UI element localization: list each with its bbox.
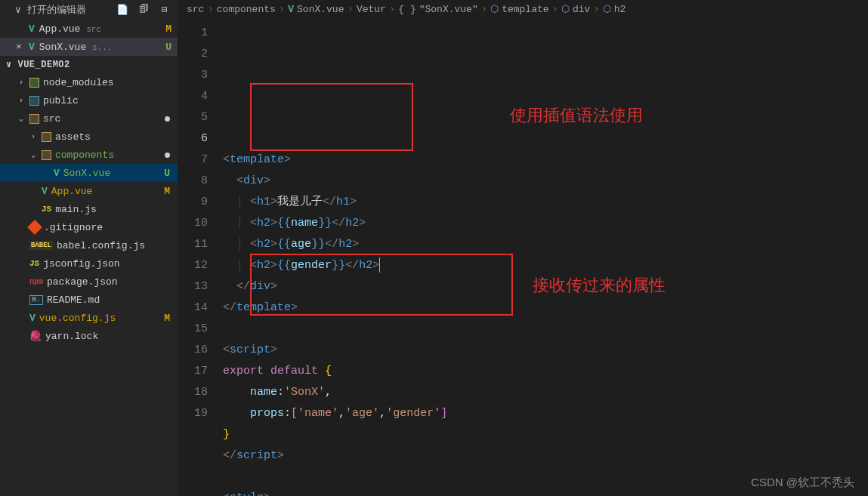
cube-icon: ⬡ (561, 3, 570, 15)
vue-icon: V (29, 42, 35, 53)
cube-icon: ⬡ (490, 3, 499, 15)
close-icon[interactable]: × (14, 42, 24, 53)
save-all-icon[interactable]: 🗐 (137, 4, 150, 16)
tree-item[interactable]: JSjsconfig.json (0, 254, 178, 273)
tree-item[interactable]: Vvue.config.jsM (0, 309, 178, 327)
tree-item[interactable]: ›node_modules (0, 73, 178, 91)
close-all-icon[interactable]: ⊟ (158, 4, 171, 16)
open-editor-item[interactable]: V App.vue src M (0, 20, 178, 38)
vue-icon: V (288, 4, 294, 15)
breadcrumb[interactable]: src›components›V SonX.vue›Vetur›{ } "Son… (178, 0, 868, 18)
tree-item[interactable]: 🧶yarn.lock (0, 327, 178, 345)
cube-icon: ⬡ (603, 3, 611, 15)
tree-item[interactable]: ›assets (0, 128, 178, 146)
file-tree: ›node_modules›public⌄src›assets⌄componen… (0, 73, 178, 496)
breadcrumb-item[interactable]: V SonX.vue (288, 4, 344, 15)
tree-item[interactable]: BABELbabel.config.js (0, 236, 178, 254)
open-editors-header: ∨ 打开的编辑器 📄 🗐 ⊟ (0, 0, 178, 20)
brace-icon: { } (398, 4, 415, 15)
tree-item[interactable]: .gitignore (0, 218, 178, 236)
breadcrumb-item[interactable]: ⬡ div (561, 3, 590, 15)
status-badge: U (165, 42, 171, 53)
new-file-icon[interactable]: 📄 (116, 4, 129, 16)
tree-item[interactable]: ⌄src (0, 109, 178, 128)
breadcrumb-item[interactable]: { } "SonX.vue" (398, 4, 477, 15)
open-editors-label: 打开的编辑器 (27, 5, 86, 16)
tree-item[interactable]: ›public (0, 91, 178, 109)
open-editor-item[interactable]: × V SonX.vue s... U (0, 38, 178, 56)
tree-item[interactable]: VApp.vueM (0, 182, 178, 200)
tree-item[interactable]: ⌄components (0, 146, 178, 164)
breadcrumb-item[interactable]: Vetur (357, 4, 386, 15)
tree-item[interactable]: JSmain.js (0, 200, 178, 218)
code-content[interactable]: 使用插值语法使用 接收传过来的属性 <template> <div> │ <h1… (223, 18, 868, 496)
breadcrumb-item[interactable]: ⬡ template (490, 3, 548, 15)
project-name: ∨ VUE_DEMO2 (0, 56, 178, 73)
breadcrumb-item[interactable]: ⬡ h2 (603, 3, 626, 15)
breadcrumb-item[interactable]: src (187, 4, 204, 15)
annotation-text: 使用插值语法使用 (510, 105, 643, 126)
vue-icon: V (29, 23, 35, 35)
editor[interactable]: 12345678910111213141516171819 使用插值语法使用 接… (178, 18, 868, 496)
tree-item[interactable]: M↓README.md (0, 291, 178, 309)
watermark: CSDN @软工不秃头 (751, 476, 854, 490)
status-badge: M (165, 23, 171, 35)
tree-item[interactable]: npmpackage.json (0, 273, 178, 291)
sidebar: ∨ 打开的编辑器 📄 🗐 ⊟ V App.vue src M × V SonX.… (0, 0, 178, 496)
annotation-box (250, 83, 413, 151)
breadcrumb-item[interactable]: components (217, 4, 276, 15)
tree-item[interactable]: VSonX.vueU (0, 164, 178, 182)
line-gutter: 12345678910111213141516171819 (178, 18, 223, 496)
